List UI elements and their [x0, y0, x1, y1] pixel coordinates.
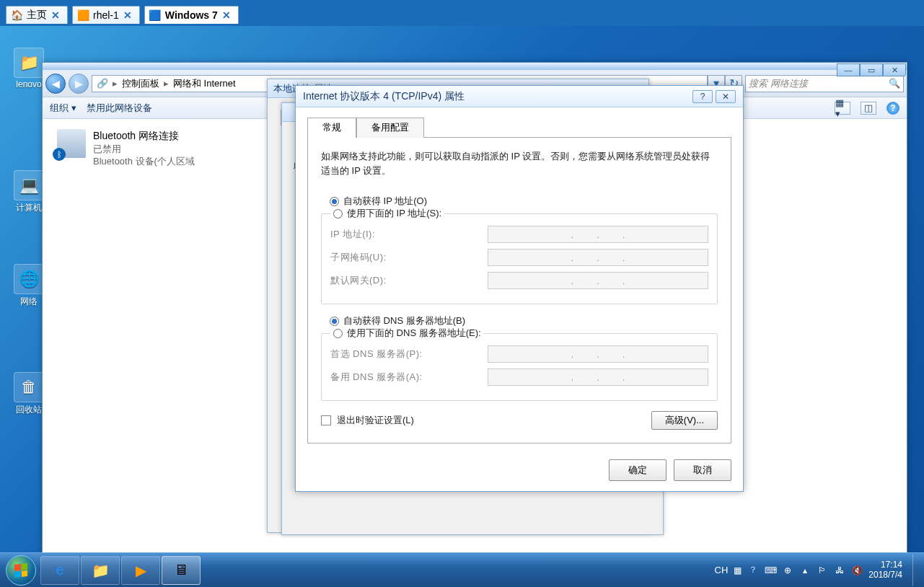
network-tray-icon[interactable]: 🖧 — [834, 565, 845, 576]
ipv4-properties-dialog: Internet 协议版本 4 (TCP/IPv4) 属性 ? ✕ 常规 备用配… — [295, 85, 744, 492]
windows-logo-icon — [14, 563, 27, 578]
close-button[interactable]: ✕ — [716, 90, 736, 103]
radio-icon — [330, 197, 339, 206]
icon-label: lenovo — [16, 79, 41, 89]
task-item-network[interactable]: 🖥 — [162, 556, 201, 585]
adapter-desc: Bluetooth 设备(个人区域 — [93, 155, 195, 168]
folder-icon: 📁 — [14, 48, 44, 78]
dns-alt-input: ... — [488, 368, 708, 386]
computer-icon: 💻 — [14, 170, 44, 200]
icon-label: 网络 — [20, 296, 38, 306]
vm-host-tabs: 🏠 主页 ✕ 🟧 rhel-1 ✕ 🟦 Windows 7 ✕ — [6, 6, 239, 24]
search-placeholder: 搜索 网络连接 — [749, 77, 808, 90]
close-icon[interactable]: ✕ — [51, 9, 60, 21]
radio-auto-dns[interactable]: 自动获得 DNS 服务器地址(B) — [330, 314, 716, 327]
play-icon: ▶ — [136, 562, 146, 579]
zoom-icon[interactable]: ⊕ — [782, 565, 793, 576]
help-button[interactable]: ? — [692, 90, 713, 103]
clock[interactable]: 17:14 2018/7/4 — [868, 560, 907, 581]
search-icon: 🔍 — [889, 78, 900, 89]
keyboard-icon[interactable]: ⌨ — [765, 565, 776, 576]
label-gateway: 默认网关(D): — [330, 274, 482, 287]
task-item-explorer[interactable]: 📁 — [81, 556, 120, 585]
action-center-icon[interactable]: 🏳 — [817, 565, 828, 576]
radio-icon — [333, 209, 343, 219]
globe-icon: 🌐 — [14, 264, 44, 294]
dialog-footer: 确定 取消 — [296, 452, 743, 491]
window-titlebar[interactable] — [43, 63, 907, 70]
language-indicator[interactable]: CH — [715, 565, 729, 575]
taskbar: e 📁 ▶ 🖥 CH ▦ ？ ⌨ ⊕ ▴ 🏳 🖧 🔇 17:14 2018/7/… — [0, 552, 924, 587]
radio-icon — [333, 329, 343, 338]
label-dns-primary: 首选 DNS 服务器(P): — [330, 348, 482, 361]
chevron-up-icon[interactable]: ▴ — [799, 565, 811, 576]
windows-icon: 🟦 — [149, 9, 161, 21]
close-icon[interactable]: ✕ — [123, 9, 132, 21]
help-button[interactable]: ? — [886, 102, 899, 115]
disable-device-button[interactable]: 禁用此网络设备 — [87, 102, 152, 115]
vm-tab-label: rhel-1 — [93, 9, 119, 21]
dialog-description: 如果网络支持此功能，则可以获取自动指派的 IP 设置。否则，您需要从网络系统管理… — [321, 149, 718, 177]
ip-fieldset: 使用下面的 IP 地址(S): IP 地址(I):... 子网掩码(U):...… — [321, 213, 718, 304]
dns-primary-input: ... — [488, 345, 708, 363]
back-button[interactable]: ◀ — [45, 74, 66, 94]
label-mask: 子网掩码(U): — [330, 251, 482, 264]
validate-label: 退出时验证设置(L) — [337, 414, 414, 427]
ime-icon[interactable]: ▦ — [734, 565, 742, 575]
ok-button[interactable]: 确定 — [609, 459, 666, 481]
minimize-button[interactable]: ― — [837, 63, 860, 76]
network-adapter-item[interactable]: ᛒ Bluetooth 网络连接 已禁用 Bluetooth 设备(个人区域 — [57, 129, 195, 168]
forward-button[interactable]: ▶ — [69, 74, 89, 94]
folder-icon: 📁 — [92, 562, 110, 579]
home-icon: 🏠 — [11, 9, 22, 21]
network-icon: 🖥 — [174, 562, 188, 578]
view-options-button[interactable]: ▦ ▾ — [835, 102, 850, 115]
close-icon[interactable]: ✕ — [222, 9, 231, 21]
subnet-mask-input: ... — [488, 249, 708, 266]
dialog-titlebar[interactable]: Internet 协议版本 4 (TCP/IPv4) 属性 ? ✕ — [296, 86, 743, 107]
radio-use-ip[interactable]: 使用下面的 IP 地址(S): — [330, 207, 444, 220]
vm-tab-rhel[interactable]: 🟧 rhel-1 ✕ — [72, 6, 140, 24]
dialog-panel: 如果网络支持此功能，则可以获取自动指派的 IP 设置。否则，您需要从网络系统管理… — [307, 137, 731, 443]
system-tray: CH ▦ ？ ⌨ ⊕ ▴ 🏳 🖧 🔇 17:14 2018/7/4 — [715, 555, 923, 586]
validate-checkbox[interactable] — [321, 415, 331, 425]
dns-fieldset: 使用下面的 DNS 服务器地址(E): 首选 DNS 服务器(P):... 备用… — [321, 333, 718, 401]
trash-icon: 🗑 — [14, 372, 44, 402]
vm-icon: 🟧 — [77, 9, 89, 21]
vm-tab-label: 主页 — [27, 9, 47, 22]
breadcrumb-part[interactable]: 网络和 Internet — [173, 77, 236, 90]
label-dns-alt: 备用 DNS 服务器(A): — [330, 371, 482, 384]
advanced-button[interactable]: 高级(V)... — [651, 411, 718, 430]
show-desktop-button[interactable] — [912, 555, 921, 586]
ip-address-input: ... — [488, 226, 708, 243]
vm-tab-win7[interactable]: 🟦 Windows 7 ✕ — [144, 6, 239, 24]
clock-time: 17:14 — [868, 560, 902, 570]
breadcrumb-part[interactable]: 控制面板 — [122, 77, 159, 90]
organize-menu[interactable]: 组织 ▾ — [50, 102, 76, 115]
task-item-mediaplayer[interactable]: ▶ — [121, 556, 160, 585]
dialog-title-text: Internet 协议版本 4 (TCP/IPv4) 属性 — [303, 90, 465, 103]
tab-general[interactable]: 常规 — [307, 118, 356, 138]
radio-auto-ip[interactable]: 自动获得 IP 地址(O) — [330, 195, 716, 208]
adapter-status: 已禁用 — [93, 143, 195, 156]
gateway-input: ... — [488, 272, 708, 289]
radio-icon — [330, 317, 339, 326]
search-input[interactable]: 搜索 网络连接 🔍 — [745, 75, 904, 92]
maximize-button[interactable]: ▭ — [860, 63, 883, 76]
label-ip: IP 地址(I): — [330, 228, 482, 241]
clock-date: 2018/7/4 — [868, 570, 902, 581]
window-controls: ― ▭ ✕ — [837, 63, 906, 76]
preview-pane-button[interactable]: ◫ — [861, 102, 876, 115]
task-item-ie[interactable]: e — [40, 556, 79, 585]
tab-alternate[interactable]: 备用配置 — [356, 118, 424, 138]
cancel-button[interactable]: 取消 — [674, 459, 731, 481]
radio-use-dns[interactable]: 使用下面的 DNS 服务器地址(E): — [330, 327, 484, 340]
icon-label: 回收站 — [16, 405, 42, 415]
help-tray-icon[interactable]: ？ — [747, 565, 759, 576]
start-button[interactable] — [6, 555, 36, 586]
vm-tab-label: Windows 7 — [165, 9, 218, 21]
dialog-tabs: 常规 备用配置 — [307, 118, 731, 138]
volume-icon[interactable]: 🔇 — [851, 565, 863, 576]
close-button[interactable]: ✕ — [883, 63, 906, 76]
vm-tab-home[interactable]: 🏠 主页 ✕ — [6, 6, 68, 24]
